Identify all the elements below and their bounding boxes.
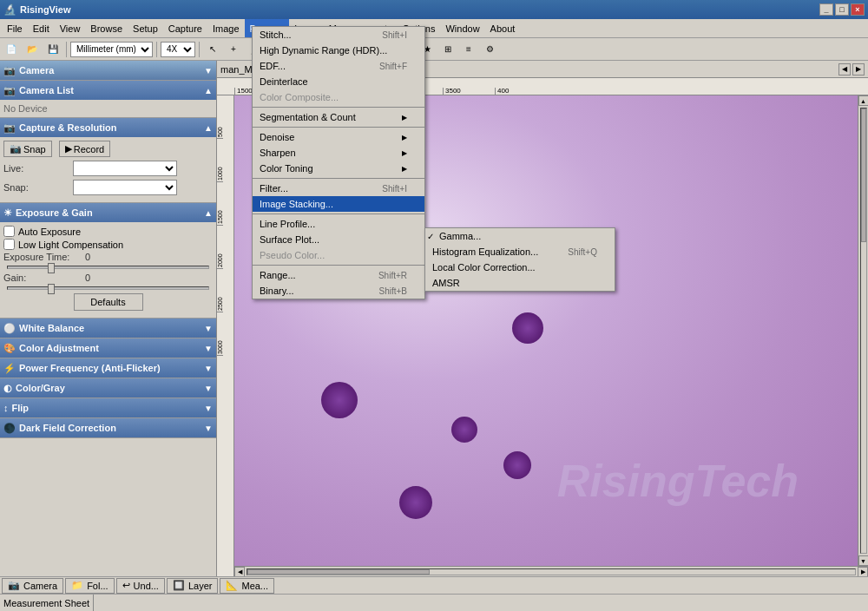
gain-label: Gain: <box>3 273 73 283</box>
submenu-local-color[interactable]: Local Color Correction... <box>425 260 615 275</box>
menu-deinterlace[interactable]: Deinterlace <box>253 74 424 89</box>
dark-field-collapse-icon[interactable]: ▼ <box>204 424 213 433</box>
menu-stitch[interactable]: Stitch... Shift+I <box>253 27 424 43</box>
toolbar-separator-2 <box>156 42 157 57</box>
scroll-v-thumb[interactable] <box>861 108 866 242</box>
wb-collapse-icon[interactable]: ▼ <box>204 324 213 333</box>
snap-select-label: Snap: <box>3 182 73 193</box>
auto-exposure-checkbox[interactable] <box>3 226 15 237</box>
exposure-header[interactable]: ☀ Exposure & Gain ▲ <box>0 203 216 222</box>
gain-row: Gain: 0 <box>3 273 213 283</box>
menu-edit[interactable]: Edit <box>28 19 55 37</box>
tab-undo[interactable]: ↩ Und... <box>116 578 165 594</box>
menu-hdr[interactable]: High Dynamic Range (HDR)... <box>253 43 424 58</box>
menu-denoise[interactable]: Denoise ▶ <box>253 129 424 145</box>
menu-sep-5 <box>253 265 424 266</box>
snap-button[interactable]: 📷 Snap <box>3 141 52 157</box>
exposure-slider[interactable] <box>7 266 209 269</box>
menu-browse[interactable]: Browse <box>85 19 128 37</box>
exposure-title: Exposure & Gain <box>16 207 93 218</box>
app-title: RisingView <box>20 4 70 15</box>
flip-header[interactable]: ↕ Flip ▼ <box>0 398 216 417</box>
record-button[interactable]: ▶ Record <box>59 141 110 157</box>
image-next-button[interactable]: ▶ <box>852 63 865 76</box>
white-balance-header[interactable]: ⚪ White Balance ▼ <box>0 319 216 338</box>
menu-view[interactable]: View <box>55 19 86 37</box>
gain-slider[interactable] <box>7 286 209 290</box>
capture-header[interactable]: 📷 Capture & Resolution ▲ <box>0 118 216 137</box>
color-gray-collapse-icon[interactable]: ▼ <box>204 384 213 393</box>
tab-camera[interactable]: 📷 Camera <box>2 578 63 594</box>
menu-filter[interactable]: Filter... Shift+I <box>253 181 424 196</box>
menu-segmentation[interactable]: Segmentation & Count ▶ <box>253 109 424 125</box>
maximize-button[interactable]: □ <box>835 3 849 16</box>
vertical-scrollbar[interactable]: ▲ ▼ <box>858 95 868 566</box>
scroll-right-button[interactable]: ▶ <box>858 567 868 577</box>
scroll-v-track[interactable] <box>860 108 867 554</box>
open-button[interactable]: 📂 <box>23 40 42 59</box>
capture-collapse-icon[interactable]: ▲ <box>204 123 213 133</box>
camera-header[interactable]: 📷 Camera ▼ <box>0 61 216 80</box>
live-select[interactable] <box>73 161 177 176</box>
camera-collapse-icon[interactable]: ▼ <box>204 66 213 76</box>
measurement-sheet-tab[interactable]: Measurement Sheet <box>0 595 94 611</box>
tool-crosshair[interactable]: + <box>224 40 243 59</box>
exposure-time-row: Exposure Time: 0 <box>3 252 213 262</box>
title-bar-buttons[interactable]: _ □ × <box>819 3 865 16</box>
menu-capture[interactable]: Capture <box>163 19 207 37</box>
scroll-h-track[interactable] <box>247 568 856 575</box>
power-freq-header[interactable]: ⚡ Power Frequency (Anti-Flicker) ▼ <box>0 358 216 378</box>
toolbar: 📄 📂 💾 Millimeter (mm) 4X ↖ + ╱ ▭ ○ ◎ 〜 ⬠… <box>0 38 868 61</box>
color-adjustment-header[interactable]: 🎨 Color Adjustment ▼ <box>0 338 216 358</box>
menu-surface-plot[interactable]: Surface Plot... <box>253 232 424 247</box>
close-button[interactable]: × <box>851 3 865 16</box>
undo-tab-icon: ↩ <box>122 580 130 591</box>
submenu-amsr[interactable]: AMSR <box>425 275 615 291</box>
menu-line-profile[interactable]: Line Profile... <box>253 216 424 232</box>
color-adj-collapse-icon[interactable]: ▼ <box>204 344 213 353</box>
power-collapse-icon[interactable]: ▼ <box>204 364 213 373</box>
menu-edf[interactable]: EDF... Shift+F <box>253 58 424 74</box>
new-button[interactable]: 📄 <box>2 40 21 59</box>
defaults-button[interactable]: Defaults <box>74 293 143 311</box>
menu-image[interactable]: Image <box>207 19 245 37</box>
image-prev-button[interactable]: ◀ <box>838 63 851 76</box>
menu-image-stacking[interactable]: Image Stacking... <box>253 196 424 212</box>
low-light-checkbox[interactable] <box>3 239 15 250</box>
exposure-collapse-icon[interactable]: ▲ <box>204 208 213 218</box>
layer-tab-label: Layer <box>188 581 213 591</box>
dark-field-header[interactable]: 🌑 Dark Field Correction ▼ <box>0 418 216 437</box>
scroll-h-thumb[interactable] <box>247 569 430 575</box>
record-icon: ▶ <box>65 143 72 154</box>
menu-binary[interactable]: Binary... Shift+B <box>253 283 424 299</box>
tool-grid[interactable]: ⊞ <box>438 40 457 59</box>
menu-color-toning[interactable]: Color Toning ▶ <box>253 161 424 176</box>
camera-list-header[interactable]: 📷 Camera List ▲ <box>0 81 216 100</box>
scroll-up-button[interactable]: ▲ <box>858 95 869 106</box>
tab-layer[interactable]: 🔲 Layer <box>167 578 219 594</box>
menu-about[interactable]: About <box>485 19 521 37</box>
unit-select[interactable]: Millimeter (mm) <box>70 42 153 57</box>
tab-mea[interactable]: 📐 Mea... <box>220 578 274 594</box>
submenu-histogram[interactable]: Histogram Equalization... Shift+Q <box>425 244 615 260</box>
flip-collapse-icon[interactable]: ▼ <box>204 404 213 413</box>
tool-menu[interactable]: ≡ <box>459 40 478 59</box>
camera-list-collapse-icon[interactable]: ▲ <box>204 86 213 95</box>
minimize-button[interactable]: _ <box>819 3 833 16</box>
snap-select[interactable] <box>73 180 177 195</box>
zoom-select[interactable]: 4X <box>161 42 195 57</box>
tab-folder[interactable]: 📁 Fol... <box>65 578 114 594</box>
horizontal-scrollbar[interactable]: ◀ ▶ <box>234 566 868 576</box>
menu-sharpen[interactable]: Sharpen ▶ <box>253 145 424 161</box>
color-gray-header[interactable]: ◐ Color/Gray ▼ <box>0 378 216 397</box>
menu-range[interactable]: Range... Shift+R <box>253 267 424 283</box>
scroll-down-button[interactable]: ▼ <box>858 555 869 566</box>
save-button[interactable]: 💾 <box>43 40 62 59</box>
scroll-left-button[interactable]: ◀ <box>234 567 245 577</box>
menu-window[interactable]: Window <box>440 19 484 37</box>
tool-arrow[interactable]: ↖ <box>203 40 222 59</box>
tool-settings[interactable]: ⚙ <box>480 40 499 59</box>
menu-setup[interactable]: Setup <box>128 19 163 37</box>
menu-file[interactable]: File <box>2 19 28 37</box>
submenu-gamma[interactable]: ✓ Gamma... <box>425 228 615 244</box>
